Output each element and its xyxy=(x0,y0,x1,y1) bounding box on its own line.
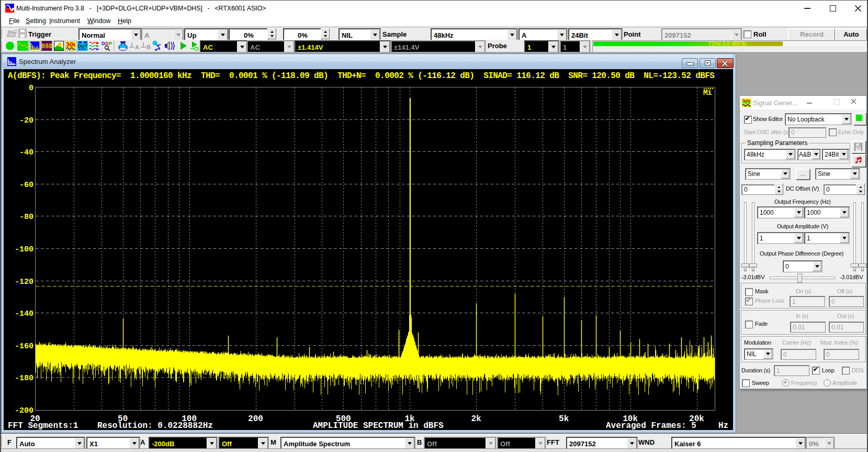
svg-text:B: B xyxy=(146,44,151,50)
svg-text:A: A xyxy=(135,44,139,50)
svg-text:D: D xyxy=(102,41,105,46)
svg-text:888: 888 xyxy=(41,43,53,50)
svg-text:D: D xyxy=(105,41,109,46)
svg-text:+: + xyxy=(106,47,108,50)
svg-text:DUT: DUT xyxy=(78,43,88,49)
svg-text:P: P xyxy=(109,41,112,46)
